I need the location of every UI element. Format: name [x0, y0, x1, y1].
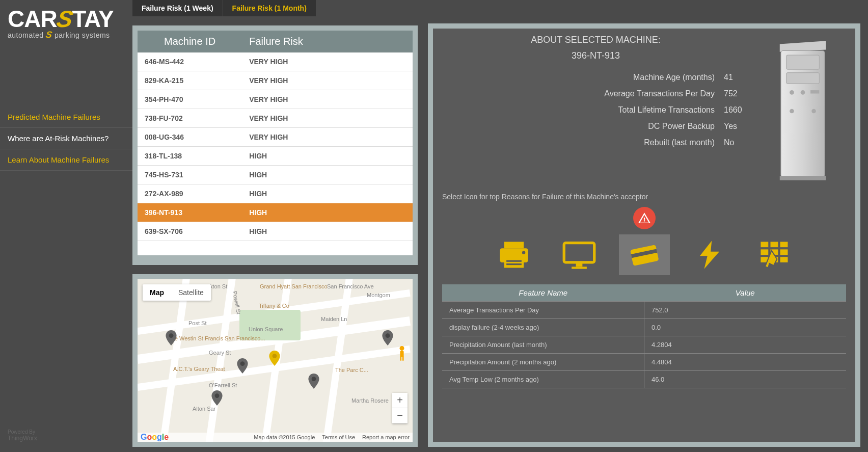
svg-rect-20 [504, 242, 523, 249]
svg-point-14 [790, 90, 794, 95]
nav-predicted-failures[interactable]: Predicted Machine Failures [0, 107, 132, 128]
svg-point-0 [169, 333, 174, 338]
reason-power-icon[interactable] [684, 234, 735, 275]
svg-point-18 [811, 109, 816, 114]
tab-month[interactable]: Failure Risk (1 Month) [223, 0, 316, 16]
svg-rect-33 [770, 242, 778, 248]
cell-risk: HIGH [242, 222, 413, 241]
svg-point-17 [790, 109, 794, 114]
reason-card-icon[interactable] [619, 234, 670, 275]
map-pin-icon[interactable] [308, 374, 319, 389]
detail-title: ABOUT SELECTED MACHINE: [442, 35, 749, 45]
map-terms-link[interactable]: Terms of Use [322, 434, 355, 440]
table-row[interactable]: 829-KA-215VERY HIGH [138, 71, 413, 90]
map-pin-icon[interactable] [166, 330, 177, 345]
reason-keypad-icon[interactable] [749, 234, 800, 275]
svg-rect-9 [402, 356, 404, 361]
table-row[interactable]: 646-MS-442VERY HIGH [138, 52, 413, 71]
svg-rect-32 [761, 242, 768, 248]
detail-stat: DC Power BackupYes [442, 118, 749, 135]
table-row[interactable]: 318-TL-138HIGH [138, 147, 413, 166]
risk-table-panel: Machine ID Failure Risk 646-MS-442VERY H… [132, 25, 418, 265]
svg-point-3 [386, 333, 390, 338]
feature-table: Feature Name Value Average Transactions … [442, 284, 846, 388]
svg-point-4 [215, 393, 220, 398]
svg-marker-10 [780, 41, 826, 52]
detail-stat: Total Lifetime Transactions1660 [442, 102, 749, 118]
cell-machine-id: 745-HS-731 [138, 166, 242, 184]
map-type-map[interactable]: Map [143, 284, 171, 301]
map-pin-icon[interactable] [382, 330, 393, 345]
table-row[interactable]: 738-FU-702VERY HIGH [138, 109, 413, 128]
cell-machine-id: 738-FU-702 [138, 109, 242, 128]
map-pin-icon[interactable] [237, 358, 248, 374]
sidebar: CARSTAY automated S parking systems Pred… [0, 0, 132, 452]
risk-table-scroll[interactable]: 646-MS-442VERY HIGH829-KA-215VERY HIGH35… [138, 52, 413, 255]
map-type-satellite[interactable]: Satellite [171, 284, 211, 301]
table-row[interactable]: 745-HS-731HIGH [138, 166, 413, 184]
logo-sub-1: automated [8, 31, 44, 39]
detail-stat: Machine Age (months)41 [442, 69, 749, 86]
svg-rect-19 [780, 176, 826, 180]
logo-brand-1: CAR [8, 6, 57, 32]
svg-rect-7 [400, 351, 403, 357]
zoom-in-button[interactable]: + [392, 393, 408, 408]
svg-marker-31 [699, 241, 719, 269]
col-failure-risk: Failure Risk [242, 31, 398, 52]
cell-machine-id: 008-UG-346 [138, 128, 242, 147]
svg-point-2 [312, 377, 316, 381]
nav-learn-failures[interactable]: Learn About Machine Failures [0, 149, 132, 171]
svg-rect-23 [506, 260, 522, 262]
tab-week[interactable]: Failure Risk (1 Week) [132, 0, 223, 16]
pegman-icon[interactable] [397, 345, 406, 361]
cell-machine-id: 646-MS-442 [138, 52, 242, 71]
cell-machine-id: 354-PH-470 [138, 90, 242, 109]
detail-stat: Rebuilt (last month)No [442, 135, 749, 151]
svg-rect-8 [400, 356, 401, 361]
detail-stat: Average Transactions Per Day752 [442, 86, 749, 102]
detail-machine-id: 396-NT-913 [442, 50, 749, 61]
table-row[interactable]: 396-NT-913HIGH [138, 203, 413, 222]
table-row[interactable]: 354-PH-470VERY HIGH [138, 90, 413, 109]
cell-risk: VERY HIGH [242, 109, 413, 128]
cell-risk: HIGH [242, 166, 413, 184]
table-row[interactable]: 639-SX-706HIGH [138, 222, 413, 241]
cell-risk: VERY HIGH [242, 52, 413, 71]
cell-machine-id: 396-NT-913 [138, 203, 242, 222]
svg-rect-22 [504, 258, 523, 268]
zoom-out-button[interactable]: − [392, 408, 408, 423]
svg-point-6 [399, 346, 404, 351]
nav-at-risk-machines[interactable]: Where are At-Risk Machines? [0, 128, 132, 149]
svg-point-15 [801, 90, 805, 95]
map-report-link[interactable]: Report a map error [362, 434, 410, 440]
cell-risk: HIGH [242, 184, 413, 203]
logo: CARSTAY automated S parking systems [0, 0, 132, 50]
map[interactable]: Stockton St Grand Hyatt San Francisco Sa… [138, 279, 413, 442]
table-row: Average Transactions Per Day752.0 [442, 302, 846, 319]
svg-rect-26 [564, 243, 594, 262]
cell-machine-id: 639-SX-706 [138, 222, 242, 241]
map-pin-icon[interactable] [211, 390, 223, 406]
table-row[interactable]: 272-AX-989HIGH [138, 184, 413, 203]
map-pin-selected-icon[interactable] [269, 351, 280, 366]
col-feature-value: Value [644, 284, 847, 302]
detail-panel: ABOUT SELECTED MACHINE: 396-NT-913 Machi… [428, 23, 860, 447]
map-type-toggle: Map Satellite [143, 284, 211, 301]
table-row[interactable]: 008-UG-346VERY HIGH [138, 128, 413, 147]
reason-printer-icon[interactable] [489, 234, 539, 275]
svg-point-1 [240, 361, 245, 366]
reason-icons [442, 234, 846, 282]
cell-machine-id: 318-TL-138 [138, 147, 242, 166]
cell-risk: VERY HIGH [242, 71, 413, 90]
svg-rect-13 [786, 73, 820, 84]
svg-rect-12 [786, 55, 820, 69]
machine-image [760, 35, 846, 188]
col-feature-name: Feature Name [442, 284, 644, 302]
reason-display-icon[interactable] [554, 234, 605, 275]
cell-risk: HIGH [242, 203, 413, 222]
svg-rect-24 [506, 263, 522, 265]
table-row: Precipitation Amount (last month)4.2804 [442, 336, 846, 354]
map-attribution: Google Map data ©2015 Google Terms of Us… [138, 433, 413, 442]
tabs: Failure Risk (1 Week) Failure Risk (1 Mo… [132, 0, 418, 16]
svg-rect-28 [572, 267, 587, 269]
